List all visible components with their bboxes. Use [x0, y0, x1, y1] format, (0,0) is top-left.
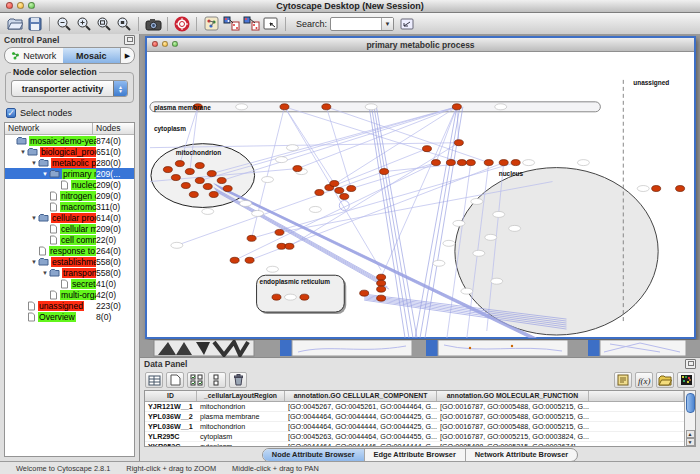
graph-node[interactable] — [652, 186, 661, 192]
graph-node[interactable] — [433, 260, 445, 266]
graph-node[interactable] — [431, 160, 440, 166]
graph-edge[interactable] — [212, 107, 457, 174]
annotation-button[interactable] — [261, 15, 281, 33]
graph-node[interactable] — [171, 175, 180, 181]
tree-item[interactable]: ▼cellular process614(0) — [5, 212, 134, 223]
graph-node[interactable] — [322, 104, 331, 110]
network-canvas[interactable]: plasma membranecytoplasmmitochondrionnuc… — [147, 52, 694, 337]
tree-item[interactable]: ▼establishment of lo558(0) — [5, 256, 134, 267]
graph-edge[interactable] — [329, 149, 427, 188]
scrollbar-thumb[interactable] — [686, 393, 695, 413]
graph-node[interactable] — [284, 294, 296, 300]
tab-overflow-arrow[interactable]: ▶ — [120, 48, 134, 63]
tree-item[interactable]: Overview8(0) — [5, 311, 134, 322]
expand-arrow-icon[interactable]: ▼ — [30, 215, 38, 221]
graph-edge[interactable] — [326, 107, 488, 163]
zoom-view-button[interactable] — [172, 41, 178, 47]
tree-col-network[interactable]: Network — [5, 123, 92, 134]
graph-node[interactable] — [491, 278, 503, 284]
select-nodes-checkbox[interactable]: ✓ — [6, 108, 16, 118]
layout-mapper-button[interactable] — [241, 15, 261, 33]
graph-node[interactable] — [175, 161, 184, 167]
graph-node[interactable] — [377, 274, 386, 280]
graph-node[interactable] — [637, 186, 649, 192]
close-view-button[interactable] — [152, 41, 158, 47]
zoom-selected-button[interactable] — [114, 15, 134, 33]
graph-node[interactable] — [277, 243, 286, 249]
zoom-out-button[interactable] — [54, 15, 74, 33]
graph-node[interactable] — [195, 163, 204, 169]
graph-node[interactable] — [330, 181, 339, 187]
tree-item[interactable]: macromolecule311(0) — [5, 201, 134, 212]
graph-node[interactable] — [252, 210, 264, 216]
graph-node[interactable] — [209, 192, 218, 198]
graph-node[interactable] — [286, 145, 298, 151]
graph-node[interactable] — [262, 177, 274, 183]
tree-item[interactable]: cell communicat22(0) — [5, 234, 134, 245]
graph-node[interactable] — [293, 166, 302, 172]
graph-node[interactable] — [377, 295, 386, 301]
notes-button[interactable] — [614, 372, 632, 388]
tab-edge-attribute-browser[interactable]: Edge Attribute Browser — [365, 449, 466, 461]
search-input[interactable]: ▼ — [330, 17, 394, 31]
table-scrollbar[interactable]: ▲ ▼ — [684, 391, 695, 446]
tree-col-nodes[interactable]: Nodes — [92, 123, 134, 134]
save-session-button[interactable] — [25, 15, 45, 33]
expand-arrow-icon[interactable]: ▼ — [41, 270, 49, 276]
zoom-fit-button[interactable] — [94, 15, 114, 33]
graph-node[interactable] — [285, 243, 294, 249]
graph-node[interactable] — [484, 160, 493, 166]
table-row[interactable]: YKR052Ccytoplasm[GO:0044464, GO:0044446,… — [145, 442, 684, 446]
graph-node[interactable] — [207, 171, 216, 177]
graph-node[interactable] — [523, 160, 535, 166]
graph-node[interactable] — [493, 211, 505, 217]
graph-node[interactable] — [272, 294, 281, 300]
graph-node[interactable] — [457, 160, 466, 166]
table-row[interactable]: YLR295Ccytoplasm[GO:0045263, GO:0044464,… — [145, 432, 684, 442]
graph-node[interactable] — [280, 104, 289, 110]
graph-node[interactable] — [499, 160, 508, 166]
snapshot-button[interactable] — [143, 15, 163, 33]
graph-edge[interactable] — [436, 107, 457, 163]
graph-edge[interactable] — [214, 188, 383, 282]
minimize-window-button[interactable] — [17, 2, 24, 9]
graph-node[interactable] — [360, 290, 369, 296]
graph-node[interactable] — [461, 288, 473, 294]
column-header[interactable] — [589, 391, 684, 401]
graph-node[interactable] — [365, 104, 377, 110]
table-row[interactable]: YPL036W__2plasma membrane[GO:0044464, GO… — [145, 412, 684, 422]
graph-node[interactable] — [240, 200, 252, 206]
tree-item[interactable]: ▼transport558(0) — [5, 267, 134, 278]
unselect-attributes-button[interactable] — [208, 372, 226, 388]
graph-node[interactable] — [335, 188, 344, 194]
open-session-button[interactable] — [5, 15, 25, 33]
float-data-panel-icon[interactable] — [685, 359, 696, 369]
graph-node[interactable] — [217, 178, 226, 184]
tree-item[interactable]: ▼primary metabo209(... — [5, 168, 134, 179]
close-window-button[interactable] — [6, 2, 13, 9]
graph-node[interactable] — [247, 235, 256, 241]
graph-node[interactable] — [236, 104, 248, 110]
expand-arrow-icon[interactable]: ▼ — [30, 259, 38, 265]
graph-node[interactable] — [267, 266, 279, 272]
vizmapper-button[interactable] — [221, 15, 241, 33]
tab-node-attribute-browser[interactable]: Node Attribute Browser — [263, 449, 365, 461]
graph-node[interactable] — [245, 257, 254, 263]
graph-node[interactable] — [223, 186, 232, 192]
column-header[interactable]: annotation.GO CELLULAR_COMPONENT — [285, 391, 437, 401]
graph-node[interactable] — [195, 178, 204, 184]
float-panel-icon[interactable] — [124, 35, 135, 45]
tree-item[interactable]: ▼metabolic process280(0) — [5, 157, 134, 168]
expand-arrow-icon[interactable]: ▼ — [41, 171, 49, 177]
new-attribute-button[interactable] — [166, 372, 184, 388]
graph-node[interactable] — [443, 240, 455, 246]
tab-network-attribute-browser[interactable]: Network Attribute Browser — [466, 449, 577, 461]
graph-node[interactable] — [377, 286, 386, 292]
tab-network[interactable]: Network — [5, 48, 63, 63]
graph-node[interactable] — [473, 250, 485, 256]
tree-item[interactable]: cellular metabo209(0) — [5, 223, 134, 234]
graph-node[interactable] — [347, 186, 356, 192]
graph-node[interactable] — [466, 160, 475, 166]
tree-item[interactable]: unassigned223(0) — [5, 300, 134, 311]
column-header[interactable]: annotation.GO MOLECULAR_FUNCTION — [437, 391, 589, 401]
